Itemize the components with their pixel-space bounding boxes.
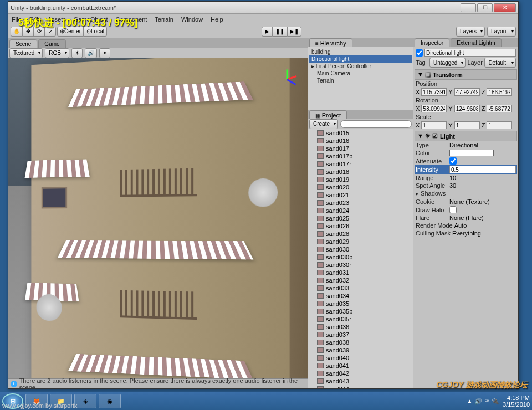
value[interactable]: Auto — [454, 222, 467, 229]
draw-mode-dropdown[interactable]: Textured — [9, 48, 43, 58]
pause-button[interactable]: ❚❚ — [273, 27, 287, 37]
project-item[interactable]: sand030r — [308, 261, 413, 269]
value-input[interactable] — [449, 166, 516, 173]
view-gizmo[interactable] — [273, 65, 301, 93]
system-tray[interactable]: ▲ 🔊 🏳 🔌 4:18 PM 3/15/2010 — [467, 394, 530, 408]
scale-y[interactable] — [454, 121, 480, 129]
project-item[interactable]: sand041 — [308, 362, 413, 370]
gameobject-active-checkbox[interactable] — [416, 49, 423, 57]
scene-viewport[interactable] — [8, 58, 308, 378]
project-item[interactable]: sand037 — [308, 331, 413, 339]
hierarchy-item[interactable]: ▸ First Person Controller — [309, 63, 412, 70]
value[interactable]: 30 — [449, 182, 456, 189]
hierarchy-tab[interactable]: ≡ Hierarchy — [309, 38, 352, 47]
project-tab[interactable]: ▦ Project — [309, 110, 347, 119]
light-header[interactable]: ▼ ☀ ☑ Light — [415, 131, 517, 141]
project-item[interactable]: sand017b — [308, 152, 413, 160]
app-taskitem[interactable]: ◉ — [99, 394, 121, 408]
project-item[interactable]: sand030b — [308, 253, 413, 261]
tab-game[interactable]: Game — [38, 39, 65, 48]
hierarchy-item[interactable]: building — [309, 48, 412, 55]
project-item[interactable]: sand030 — [308, 245, 413, 253]
project-item[interactable]: sand035 — [308, 300, 413, 308]
play-button[interactable]: ▶ — [262, 27, 273, 37]
hierarchy-item[interactable]: Directional light — [309, 55, 412, 63]
project-item[interactable]: sand024 — [308, 207, 413, 214]
maximize-button[interactable]: ☐ — [477, 3, 493, 12]
layers-dropdown[interactable]: Layers — [456, 27, 485, 37]
project-item[interactable]: sand035b — [308, 308, 413, 315]
tag-dropdown[interactable]: Untagged — [429, 58, 466, 68]
project-item[interactable]: sand042 — [308, 370, 413, 377]
transform-header[interactable]: ▼ ⬚ Transform — [415, 69, 517, 80]
material-swatch-icon — [317, 309, 324, 314]
hierarchy-item[interactable]: Main Camera — [309, 70, 412, 77]
tray-icons[interactable]: ▲ 🔊 🏳 🔌 — [467, 398, 499, 405]
layout-dropdown[interactable]: Layout — [487, 27, 516, 37]
project-item[interactable]: sand039 — [308, 346, 413, 354]
hierarchy-item[interactable]: Terrain — [309, 77, 412, 84]
project-item[interactable]: sand017r — [308, 160, 413, 168]
value[interactable]: Directional — [449, 142, 478, 148]
lighting-toggle[interactable]: ☀ — [71, 48, 83, 58]
rotation-x[interactable] — [421, 105, 447, 112]
project-item[interactable]: sand019 — [308, 176, 413, 183]
render-mode-dropdown[interactable]: RGB — [45, 48, 69, 58]
project-item[interactable]: sand043 — [308, 377, 413, 385]
project-item[interactable]: sand025 — [308, 214, 413, 222]
audio-toggle[interactable]: 🔊 — [85, 48, 97, 58]
project-item[interactable]: sand016 — [308, 137, 413, 145]
create-dropdown[interactable]: Create — [309, 119, 338, 129]
unity-taskitem[interactable]: ◈ — [74, 394, 96, 408]
project-item[interactable]: sand026 — [308, 222, 413, 230]
color-field[interactable] — [449, 150, 494, 156]
project-item[interactable]: sand033 — [308, 284, 413, 292]
inspector-tab[interactable]: Inspector — [415, 38, 449, 47]
value[interactable]: None (Texture) — [449, 198, 490, 205]
project-item[interactable]: sand038 — [308, 339, 413, 346]
position-x[interactable] — [421, 88, 447, 96]
step-button[interactable]: ▶❚ — [287, 27, 301, 37]
light-prop-shadows: ▸ Shadows — [415, 189, 517, 198]
project-item[interactable]: sand032 — [308, 276, 413, 284]
light-prop-range: Range10 — [415, 174, 517, 182]
project-item[interactable]: sand021 — [308, 191, 413, 199]
fx-toggle[interactable]: ✦ — [99, 48, 110, 58]
value[interactable]: Everything — [452, 230, 481, 237]
material-swatch-icon — [317, 270, 324, 275]
project-item[interactable]: sand034 — [308, 292, 413, 300]
project-item[interactable]: sand028 — [308, 230, 413, 238]
close-button[interactable]: ✕ — [494, 3, 516, 12]
layer-dropdown[interactable]: Default — [484, 58, 516, 68]
project-search[interactable] — [340, 120, 412, 128]
tab-scene[interactable]: Scene — [9, 39, 37, 48]
scale-z[interactable] — [487, 121, 512, 129]
project-item[interactable]: sand023 — [308, 199, 413, 207]
checkbox[interactable] — [449, 206, 457, 213]
scale-x[interactable] — [421, 121, 447, 129]
project-item[interactable]: sand031 — [308, 269, 413, 276]
rotation-y[interactable] — [454, 105, 480, 112]
gameobject-name-field[interactable] — [424, 49, 516, 57]
project-item[interactable]: sand040 — [308, 354, 413, 362]
external-lightm-tab[interactable]: External Lightm — [451, 38, 501, 47]
position-z[interactable] — [487, 88, 512, 96]
rotation-z[interactable] — [487, 105, 512, 112]
project-item[interactable]: sand036 — [308, 323, 413, 331]
project-item[interactable]: sand020 — [308, 183, 413, 191]
project-item[interactable]: sand017 — [308, 145, 413, 152]
menu-window[interactable]: Window — [181, 16, 203, 23]
checkbox[interactable] — [449, 157, 457, 165]
titlebar[interactable]: Unity - building.unity - combatExtream* … — [8, 2, 518, 14]
value[interactable]: 10 — [449, 175, 456, 181]
position-y[interactable] — [454, 88, 480, 96]
menu-help[interactable]: Help — [211, 16, 223, 23]
project-item[interactable]: sand035r — [308, 315, 413, 323]
project-item[interactable]: sand015 — [308, 129, 413, 137]
minimize-button[interactable]: — — [461, 3, 476, 12]
project-item[interactable]: sand018 — [308, 168, 413, 176]
project-item[interactable]: sand044 — [308, 385, 413, 388]
menu-terrain[interactable]: Terrain — [155, 16, 173, 23]
project-item[interactable]: sand029 — [308, 238, 413, 245]
value[interactable]: None (Flare) — [449, 214, 484, 221]
